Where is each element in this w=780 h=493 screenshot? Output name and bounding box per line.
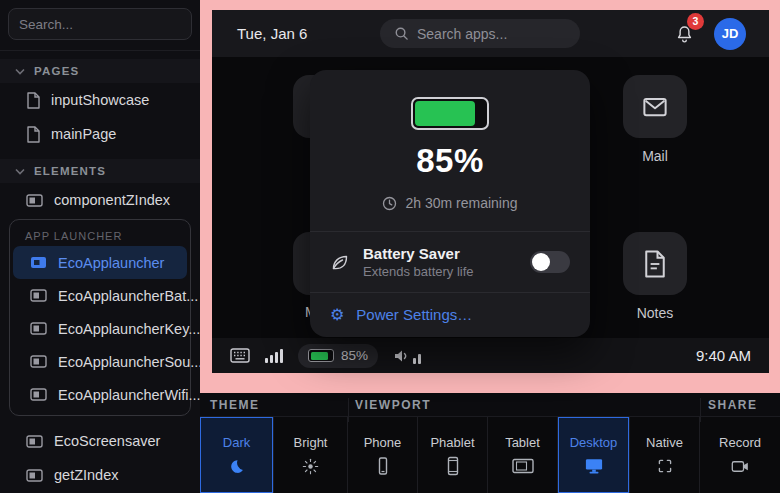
battery-saver-subtitle: Extends battery life (363, 264, 474, 279)
clock-icon (382, 196, 397, 211)
battery-fill (415, 101, 475, 126)
notes-icon (641, 249, 669, 279)
battery-tray-percent: 85% (341, 348, 368, 363)
component-icon (30, 289, 47, 302)
toggle-knob (532, 253, 550, 271)
sidebar-item-mainpage[interactable]: mainPage (0, 117, 200, 151)
sidebar-item-label: EcoApplauncherSou... (58, 354, 202, 370)
toolbar-button-label: Native (646, 435, 683, 450)
app-launcher-preview: Tue, Jan 6 3 JD M (212, 10, 769, 373)
app-tile-notes[interactable] (623, 232, 687, 295)
power-settings-link[interactable]: ⚙ Power Settings… (310, 293, 590, 337)
battery-popover: 85% 2h 30m remaining Battery Saver (310, 70, 590, 337)
viewport-native-button[interactable]: Native (630, 417, 700, 493)
theme-header: THEME (210, 398, 260, 412)
notifications-button[interactable]: 3 (674, 23, 695, 45)
sidebar-item-ecoscreensaver[interactable]: EcoScreensaver (0, 424, 200, 458)
toolbar-button-label: Record (719, 435, 761, 450)
app-search-input[interactable] (417, 26, 566, 42)
app-search[interactable] (380, 19, 580, 48)
toolbar-button-label: Bright (294, 435, 328, 450)
toolbar-headers: THEME VIEWPORT SHARE (200, 393, 780, 417)
battery-saver-title: Battery Saver (363, 245, 474, 262)
phone-icon (373, 457, 393, 475)
desktop-icon (584, 457, 604, 475)
sun-icon (302, 457, 319, 475)
sidebar-search[interactable] (8, 8, 192, 40)
search-icon (394, 26, 409, 41)
sidebar-item-label: mainPage (51, 126, 116, 142)
group-label: APP LAUNCHER (13, 226, 187, 246)
chevron-down-icon (15, 168, 25, 175)
preview-toolbar: THEME VIEWPORT SHARE Dark Bright Phone P… (200, 393, 780, 493)
component-icon (30, 355, 47, 368)
section-label: PAGES (34, 65, 79, 77)
launcher-statusbar: 85% 9:40 AM (212, 338, 769, 373)
notification-badge: 3 (687, 13, 704, 30)
mail-icon (640, 92, 670, 122)
theme-bright-button[interactable]: Bright (274, 417, 348, 493)
moon-icon (228, 457, 245, 475)
sidebar-item-label: EcoApplauncherBat... (58, 288, 198, 304)
file-icon (26, 126, 40, 143)
sidebar-item-ecoapplauncherwifi[interactable]: EcoApplauncherWifi... (13, 378, 187, 411)
viewport-desktop-button[interactable]: Desktop (558, 417, 630, 493)
sidebar-item-inputshowcase[interactable]: inputShowcase (0, 83, 200, 117)
component-icon (26, 435, 43, 448)
sidebar-item-label: inputShowcase (51, 92, 149, 108)
gear-icon: ⚙ (330, 307, 344, 323)
toolbar-button-label: Tablet (505, 435, 540, 450)
file-icon (26, 92, 40, 109)
app-grid: M Mail Notes 85% (212, 57, 769, 338)
component-icon (30, 388, 47, 401)
avatar[interactable]: JD (714, 18, 746, 50)
app-tile-mail[interactable] (623, 75, 687, 138)
sidebar-item-ecoapplaunchersou[interactable]: EcoApplauncherSou... (13, 345, 187, 378)
theme-dark-button[interactable]: Dark (200, 417, 274, 493)
sidebar-item-getzindex[interactable]: getZIndex (0, 458, 200, 492)
launcher-topbar: Tue, Jan 6 3 JD (212, 10, 769, 57)
share-header: SHARE (708, 398, 758, 412)
battery-saver-row: Battery Saver Extends battery life (310, 232, 590, 292)
sidebar-item-ecoapplauncher[interactable]: EcoApplauncher (13, 246, 187, 279)
app-launcher-group: APP LAUNCHER EcoApplauncher EcoApplaunch… (9, 219, 191, 416)
keyboard-icon[interactable] (230, 348, 250, 363)
network-signal-icon[interactable] (265, 349, 283, 363)
component-icon (30, 322, 47, 335)
battery-saver-toggle[interactable] (530, 251, 570, 273)
volume-icon[interactable] (393, 348, 421, 364)
viewport-phone-button[interactable]: Phone (348, 417, 418, 493)
sidebar-item-ecoapplauncherbat[interactable]: EcoApplauncherBat... (13, 279, 187, 312)
section-header-pages[interactable]: PAGES (0, 59, 200, 83)
phablet-icon (443, 457, 463, 475)
clock-time: 9:40 AM (696, 347, 751, 364)
battery-icon (308, 349, 334, 362)
sidebar-search-input[interactable] (19, 17, 181, 32)
divider (0, 50, 200, 51)
component-icon (30, 256, 47, 269)
section-label: ELEMENTS (34, 165, 106, 177)
power-settings-label: Power Settings… (356, 306, 472, 323)
component-sidebar: PAGES inputShowcase mainPage ELEMENTS co… (0, 0, 200, 493)
viewport-tablet-button[interactable]: Tablet (488, 417, 558, 493)
tablet-icon (512, 457, 534, 475)
sidebar-item-label: componentZIndex (54, 192, 170, 208)
sidebar-item-ecoapplauncherkey[interactable]: EcoApplauncherKey... (13, 312, 187, 345)
battery-tray-indicator[interactable]: 85% (298, 344, 378, 368)
leaf-icon (330, 252, 350, 272)
divider (348, 398, 349, 422)
viewport-phablet-button[interactable]: Phablet (418, 417, 488, 493)
date-label: Tue, Jan 6 (237, 25, 307, 42)
video-camera-icon (731, 457, 750, 475)
toolbar-button-label: Phone (364, 435, 402, 450)
fullscreen-brackets-icon (657, 457, 673, 475)
sidebar-item-label: EcoScreensaver (54, 433, 160, 449)
toolbar-button-label: Desktop (570, 435, 618, 450)
share-record-button[interactable]: Record (700, 417, 780, 493)
section-header-elements[interactable]: ELEMENTS (0, 159, 200, 183)
viewport-header: VIEWPORT (355, 398, 431, 412)
toolbar-button-label: Phablet (430, 435, 474, 450)
sidebar-item-label: getZIndex (54, 467, 119, 483)
battery-remaining: 2h 30m remaining (405, 195, 517, 211)
sidebar-item-componentzindex[interactable]: componentZIndex (0, 183, 200, 217)
